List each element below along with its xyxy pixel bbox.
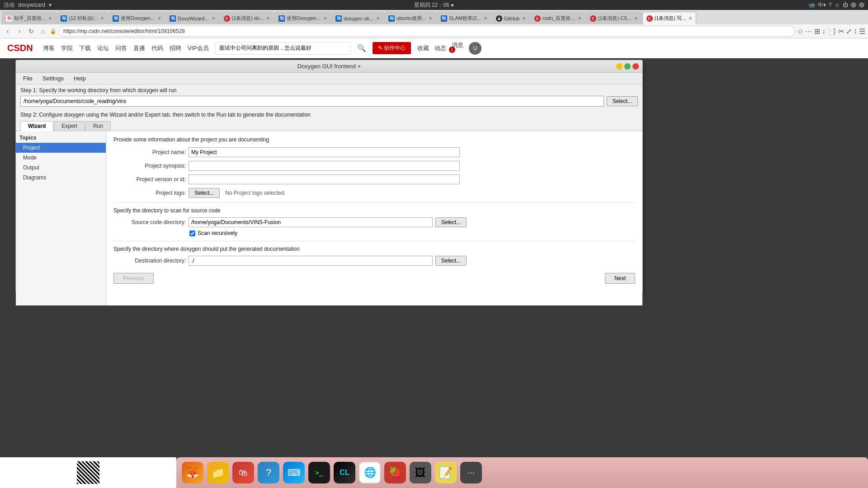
tab-active-write[interactable]: C (1条消息) 写... ✕ — [642, 12, 697, 24]
tab-zhihu[interactable]: 知 知乎_百度拾... ✕ — [2, 12, 56, 24]
tab-close-doxygen-ubuntu[interactable]: ✕ — [376, 16, 380, 21]
topic-mode[interactable]: Mode — [16, 153, 106, 163]
taskbar-image-viewer[interactable]: 🖼 — [410, 462, 431, 483]
previous-button[interactable]: Previous — [113, 273, 154, 284]
accessibility-icon[interactable]: ☺ — [835, 2, 840, 8]
csdn-messages[interactable]: 消息1 — [452, 41, 463, 56]
working-dir-select-button[interactable]: Select... — [607, 96, 638, 106]
app-dropdown-icon[interactable]: ▾ — [49, 2, 52, 8]
taskbar-clion[interactable]: CL — [334, 462, 355, 483]
csdn-logo[interactable]: CSDN — [7, 43, 33, 53]
csdn-nav-qa[interactable]: 问答 — [115, 44, 127, 52]
tab-close-mail[interactable]: ✕ — [100, 16, 104, 21]
app-name-label[interactable]: doxywizard — [18, 2, 45, 8]
next-button[interactable]: Next — [605, 273, 635, 284]
source-dir-select-button[interactable]: Select... — [435, 217, 467, 227]
taskbar-app-grid[interactable]: ⋯ — [460, 462, 482, 483]
tab-mail[interactable]: 知 (12 封私信/... ✕ — [57, 12, 108, 24]
fullscreen-icon[interactable]: ⤢ — [846, 27, 852, 36]
sidebar-toggle-icon[interactable]: ⊞ — [814, 27, 820, 36]
taskbar-chrome[interactable]: 🌐 — [359, 462, 381, 483]
tab-csdn2[interactable]: C (1条消息) CS... ✕ — [586, 12, 642, 24]
window-minimize-button[interactable] — [616, 63, 623, 70]
project-version-input[interactable] — [189, 174, 460, 184]
tab-close-slam[interactable]: ✕ — [484, 16, 487, 21]
project-logo-select-button[interactable]: Select... — [189, 188, 220, 198]
tab-close-doxy1[interactable]: ✕ — [157, 16, 161, 21]
tab-close-zhihu[interactable]: ✕ — [48, 16, 52, 21]
circle-btn-2[interactable] — [859, 2, 864, 8]
ellipsis-icon[interactable]: ⋯ — [805, 27, 812, 36]
activities-label[interactable]: 活动 — [4, 1, 14, 9]
taskbar-software-center[interactable]: 🛍 — [232, 462, 254, 483]
tab-slam[interactable]: 知 SLAM抢草(2... ✕ — [437, 12, 491, 24]
tab-csdn1[interactable]: C (1条消息) do... ✕ — [220, 12, 274, 24]
video-icon[interactable]: 📹 — [808, 2, 815, 8]
screenshot-icon[interactable]: ✂ — [838, 27, 844, 36]
tab-close-csdn2[interactable]: ✕ — [634, 16, 638, 21]
address-bar-input[interactable] — [58, 26, 795, 37]
csdn-create-button[interactable]: ✎ 创作中心 — [373, 42, 411, 54]
sync-icon[interactable]: ↕ — [854, 27, 857, 35]
circle-btn-1[interactable] — [851, 2, 856, 8]
dest-dir-select-button[interactable]: Select... — [435, 256, 467, 266]
csdn-nav-forum[interactable]: 论坛 — [97, 44, 109, 52]
tab-doxywiz[interactable]: 知 DoxyWizard... ✕ — [165, 12, 219, 24]
tab-run[interactable]: Run — [85, 121, 111, 131]
tab-close-ubuntu[interactable]: ✕ — [429, 16, 432, 21]
csdn-nav-vip[interactable]: VIP会员 — [188, 44, 209, 52]
tab-close-csdn1[interactable]: ✕ — [266, 16, 270, 21]
topic-diagrams[interactable]: Diagrams — [16, 173, 106, 183]
project-synopsis-input[interactable] — [189, 161, 460, 171]
csdn-nav-code[interactable]: 代码 — [151, 44, 163, 52]
project-name-input[interactable] — [189, 147, 460, 157]
forward-button[interactable]: › — [14, 26, 24, 36]
tab-wizard[interactable]: Wizard — [20, 121, 53, 131]
menu-file[interactable]: File — [19, 74, 37, 83]
bookmarks-icon[interactable]: 📑 — [827, 27, 836, 36]
refresh-button[interactable]: ↻ — [26, 26, 36, 36]
tab-expert[interactable]: Expert — [54, 121, 85, 131]
source-dir-input[interactable] — [189, 217, 433, 227]
tab-close-csdn-baidupick[interactable]: ✕ — [578, 16, 581, 21]
tab-doxy2[interactable]: 知 使用Doxygen... ✕ — [274, 12, 331, 24]
topic-output[interactable]: Output — [16, 163, 106, 173]
taskbar-firefox[interactable]: 🦊 — [182, 462, 203, 483]
tab-close-write[interactable]: ✕ — [689, 16, 692, 21]
download-icon[interactable]: ↓ — [822, 27, 826, 35]
tab-close-github[interactable]: ✕ — [522, 16, 526, 21]
menu-icon[interactable]: ☰ — [859, 27, 865, 36]
csdn-nav-live[interactable]: 直播 — [133, 44, 145, 52]
csdn-nav-jobs[interactable]: 招聘 — [170, 44, 181, 52]
window-maximize-button[interactable] — [624, 63, 631, 70]
window-close-button[interactable] — [632, 63, 639, 70]
csdn-nav-academy[interactable]: 学院 — [61, 44, 73, 52]
csdn-nav-download[interactable]: 下载 — [79, 44, 91, 52]
dest-dir-input[interactable] — [189, 256, 433, 266]
menu-settings[interactable]: Settings — [38, 74, 68, 83]
tab-close-doxy2[interactable]: ✕ — [323, 16, 327, 21]
tab-github[interactable]: ♟ GitHub ✕ — [492, 12, 530, 24]
menu-help[interactable]: Help — [69, 74, 90, 83]
tab-ubuntu[interactable]: 知 ubuntu使用... ✕ — [384, 12, 436, 24]
csdn-collection[interactable]: 收藏 — [417, 44, 429, 52]
csdn-activity[interactable]: 动态 — [434, 44, 446, 52]
back-button[interactable]: ‹ — [3, 26, 13, 36]
tab-doxygen-ubuntu[interactable]: 知 doxygen ub... ✕ — [331, 12, 384, 24]
question-icon[interactable]: ? — [829, 2, 832, 8]
keyboard-layout-icon[interactable]: 中▾ — [818, 1, 826, 9]
topic-project[interactable]: Project — [16, 143, 106, 153]
taskbar-strawberry[interactable]: 🍓 — [384, 462, 406, 483]
home-button[interactable]: ⌂ — [38, 26, 48, 36]
scan-recursive-checkbox[interactable] — [189, 230, 195, 236]
taskbar-files[interactable]: 📁 — [207, 462, 229, 483]
user-avatar[interactable]: U — [469, 42, 481, 55]
csdn-nav-blog[interactable]: 博客 — [43, 44, 55, 52]
power-icon[interactable]: ⏻ — [843, 2, 848, 8]
working-dir-input[interactable] — [20, 96, 604, 107]
csdn-search-input[interactable] — [215, 42, 351, 55]
tab-doxy1[interactable]: 知 使用Doxygen... ✕ — [108, 12, 165, 24]
tab-csdn-baidupick[interactable]: C csdn_百度拾... ✕ — [530, 12, 585, 24]
taskbar-notes[interactable]: 📝 — [435, 462, 457, 483]
bookmark-icon[interactable]: ☆ — [797, 27, 803, 36]
